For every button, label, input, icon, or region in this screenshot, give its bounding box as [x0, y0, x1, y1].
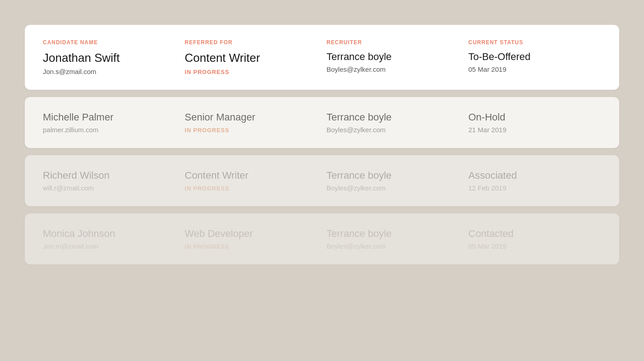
candidate-email: palmer.zillium.com	[43, 126, 176, 134]
referred-status: IN PROGRESS	[185, 127, 318, 134]
candidate-email: will.r@zmail.com	[43, 184, 176, 192]
referred-for-header: REFERRED FOR	[185, 39, 318, 46]
current-status-header: CURRENT STATUS	[469, 39, 602, 46]
candidate-name: Michelle Palmer	[43, 111, 176, 123]
status-col-4: Contacted 05 Mar 2019	[469, 228, 602, 250]
status-date: 21 Mar 2019	[469, 126, 602, 134]
candidate-col-3: Richerd Wilson will.r@zmail.com	[43, 170, 176, 192]
recruiter-name: Terrance boyle	[327, 51, 460, 63]
recruiter-header: RECRUITER	[327, 39, 460, 46]
referred-title: Senior Manager	[185, 111, 318, 123]
referred-col-1: REFERRED FOR Content Writer IN PROGRESS	[185, 39, 318, 75]
referred-title: Content Writer	[185, 51, 318, 65]
recruiter-col-1: RECRUITER Terrance boyle Boyles@zylker.c…	[327, 39, 460, 75]
recruiter-email: Boyles@zylker.com	[327, 184, 460, 192]
recruiter-email: Boyles@zylker.com	[327, 242, 460, 250]
candidate-name: Jonathan Swift	[43, 51, 176, 65]
candidate-card-3[interactable]: Richerd Wilson will.r@zmail.com Content …	[25, 155, 619, 206]
status-col-2: On-Hold 21 Mar 2019	[469, 111, 602, 134]
candidate-name: Monica Johnson	[43, 228, 176, 240]
status-label: To-Be-Offered	[469, 51, 602, 63]
status-date: 12 Feb 2019	[469, 184, 602, 192]
candidate-card-4[interactable]: Monica Johnson Jon.m@zmail.com Web Devel…	[25, 213, 619, 264]
status-label: Associated	[469, 170, 602, 181]
recruiter-email: Boyles@zylker.com	[327, 126, 460, 134]
candidate-card-2[interactable]: Michelle Palmer palmer.zillium.com Senio…	[25, 97, 619, 148]
referred-col-4: Web Developer IN PROGRESS	[185, 228, 318, 250]
referred-col-2: Senior Manager IN PROGRESS	[185, 111, 318, 134]
recruiter-col-3: Terrance boyle Boyles@zylker.com	[327, 170, 460, 192]
recruiter-name: Terrance boyle	[327, 170, 460, 181]
candidate-col-2: Michelle Palmer palmer.zillium.com	[43, 111, 176, 134]
candidate-col-4: Monica Johnson Jon.m@zmail.com	[43, 228, 176, 250]
recruiter-col-4: Terrance boyle Boyles@zylker.com	[327, 228, 460, 250]
status-col-3: Associated 12 Feb 2019	[469, 170, 602, 192]
status-date: 05 Mar 2019	[469, 65, 602, 73]
candidate-email: Jon.m@zmail.com	[43, 242, 176, 250]
referred-col-3: Content Writer IN PROGRESS	[185, 170, 318, 192]
referred-status: IN PROGRESS	[185, 185, 318, 192]
recruiter-email: Boyles@zylker.com	[327, 65, 460, 73]
candidate-name-header: CANDIDATE NAME	[43, 39, 176, 46]
referred-status: IN PROGRESS	[185, 243, 318, 250]
referred-title: Content Writer	[185, 170, 318, 181]
status-col-1: CURRENT STATUS To-Be-Offered 05 Mar 2019	[469, 39, 602, 75]
recruiter-name: Terrance boyle	[327, 111, 460, 123]
status-date: 05 Mar 2019	[469, 242, 602, 250]
candidate-col-1: CANDIDATE NAME Jonathan Swift Jon.s@zmai…	[43, 39, 176, 75]
recruiter-name: Terrance boyle	[327, 228, 460, 240]
status-label: Contacted	[469, 228, 602, 240]
referred-title: Web Developer	[185, 228, 318, 240]
recruiter-col-2: Terrance boyle Boyles@zylker.com	[327, 111, 460, 134]
candidate-email: Jon.s@zmail.com	[43, 68, 176, 75]
status-label: On-Hold	[469, 111, 602, 123]
candidate-name: Richerd Wilson	[43, 170, 176, 181]
candidate-card-1[interactable]: CANDIDATE NAME Jonathan Swift Jon.s@zmai…	[25, 25, 619, 90]
referred-status: IN PROGRESS	[185, 69, 318, 75]
